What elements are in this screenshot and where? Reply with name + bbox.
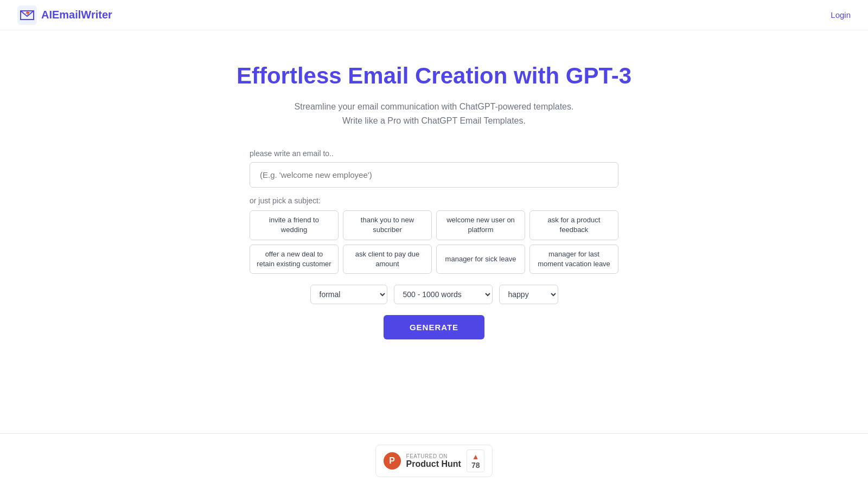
subject-btn-4[interactable]: offer a new deal to retain existing cust… bbox=[250, 245, 339, 274]
subject-buttons-row2: offer a new deal to retain existing cust… bbox=[250, 245, 618, 274]
subject-btn-6[interactable]: manager for sick leave bbox=[436, 245, 525, 274]
tone-select[interactable]: formal informal professional casual bbox=[310, 285, 387, 304]
product-hunt-text: FEATURED ON Product Hunt bbox=[406, 453, 461, 469]
ph-featured-on-label: FEATURED ON bbox=[406, 453, 461, 459]
emotion-select[interactable]: happy sad neutral urgent bbox=[499, 285, 558, 304]
footer: P FEATURED ON Product Hunt ▲ 78 bbox=[0, 433, 868, 488]
logo-icon bbox=[17, 5, 37, 25]
logo-area: AIEmailWriter bbox=[17, 5, 112, 25]
subject-btn-1[interactable]: thank you to new subcriber bbox=[343, 210, 432, 240]
ph-count: 78 bbox=[471, 461, 480, 470]
login-button[interactable]: Login bbox=[831, 10, 851, 20]
page-subtitle: Streamline your email communication with… bbox=[295, 100, 574, 127]
main-content: Effortless Email Creation with GPT-3 Str… bbox=[0, 30, 868, 433]
email-form: please write an email to.. or just pick … bbox=[250, 149, 618, 339]
email-topic-input[interactable] bbox=[250, 162, 618, 188]
subtitle-line1: Streamline your email communication with… bbox=[295, 102, 574, 111]
header: AIEmailWriter Login bbox=[0, 0, 868, 30]
subtitle-line2: Write like a Pro with ChatGPT Email Temp… bbox=[342, 116, 526, 125]
product-hunt-icon: P bbox=[384, 452, 401, 470]
subject-btn-0[interactable]: invite a friend to wedding bbox=[250, 210, 339, 240]
length-select[interactable]: 100 - 500 words 500 - 1000 words 1000 - … bbox=[394, 285, 493, 304]
subject-btn-7[interactable]: manager for last moment vacation leave bbox=[529, 245, 618, 274]
input-label: please write an email to.. bbox=[250, 149, 618, 158]
generate-button[interactable]: GENERATE bbox=[384, 315, 484, 339]
subject-btn-2[interactable]: welcome new user on platform bbox=[436, 210, 525, 240]
dropdowns-row: formal informal professional casual 100 … bbox=[250, 285, 618, 304]
subject-btn-3[interactable]: ask for a product feedback bbox=[529, 210, 618, 240]
subject-btn-5[interactable]: ask client to pay due amount bbox=[343, 245, 432, 274]
ph-arrow-icon: ▲ bbox=[472, 452, 480, 461]
logo-text: AIEmailWriter bbox=[41, 9, 112, 21]
subject-buttons-row1: invite a friend to wedding thank you to … bbox=[250, 210, 618, 240]
ph-score-area: ▲ 78 bbox=[467, 450, 485, 472]
ph-name-label: Product Hunt bbox=[406, 459, 461, 469]
product-hunt-badge[interactable]: P FEATURED ON Product Hunt ▲ 78 bbox=[375, 445, 493, 477]
subject-label: or just pick a subject: bbox=[250, 196, 618, 205]
page-title: Effortless Email Creation with GPT-3 bbox=[237, 63, 631, 89]
